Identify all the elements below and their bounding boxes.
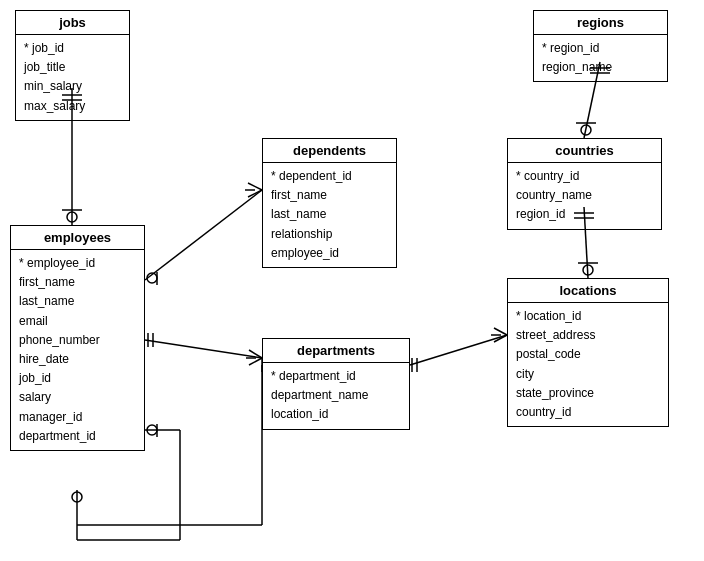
- field: country_id: [516, 403, 660, 422]
- entity-regions-title: regions: [534, 11, 667, 35]
- field: * job_id: [24, 39, 121, 58]
- entity-departments-title: departments: [263, 339, 409, 363]
- entity-dependents-body: * dependent_id first_name last_name rela…: [263, 163, 396, 267]
- field: job_title: [24, 58, 121, 77]
- svg-line-39: [494, 328, 507, 335]
- field: * country_id: [516, 167, 653, 186]
- svg-point-9: [147, 273, 157, 283]
- field: region_name: [542, 58, 659, 77]
- entity-regions: regions * region_id region_name: [533, 10, 668, 82]
- entity-countries: countries * country_id country_name regi…: [507, 138, 662, 230]
- field: * employee_id: [19, 254, 136, 273]
- field: * dependent_id: [271, 167, 388, 186]
- field: relationship: [271, 225, 388, 244]
- svg-point-14: [72, 492, 82, 502]
- field: first_name: [271, 186, 388, 205]
- field: location_id: [271, 405, 401, 424]
- svg-line-24: [249, 358, 262, 365]
- svg-line-23: [249, 350, 262, 358]
- field: city: [516, 365, 660, 384]
- svg-line-38: [410, 335, 507, 365]
- svg-line-40: [494, 335, 507, 342]
- entity-regions-body: * region_id region_name: [534, 35, 667, 81]
- svg-line-7: [248, 190, 262, 197]
- field: country_name: [516, 186, 653, 205]
- field: state_province: [516, 384, 660, 403]
- field: manager_id: [19, 408, 136, 427]
- entity-locations-title: locations: [508, 279, 668, 303]
- field: employee_id: [271, 244, 388, 263]
- field: min_salary: [24, 77, 121, 96]
- field: department_name: [271, 386, 401, 405]
- entity-employees-title: employees: [11, 226, 144, 250]
- svg-point-3: [67, 212, 77, 222]
- entity-departments-body: * department_id department_name location…: [263, 363, 409, 429]
- field: email: [19, 312, 136, 331]
- field: first_name: [19, 273, 136, 292]
- entity-jobs-title: jobs: [16, 11, 129, 35]
- entity-locations: locations * location_id street_address p…: [507, 278, 669, 427]
- field: street_address: [516, 326, 660, 345]
- svg-line-5: [145, 190, 262, 280]
- field: postal_code: [516, 345, 660, 364]
- field: last_name: [271, 205, 388, 224]
- entity-jobs-body: * job_id job_title min_salary max_salary: [16, 35, 129, 120]
- svg-point-20: [147, 425, 157, 435]
- svg-line-22: [145, 340, 262, 358]
- erd-diagram: jobs * job_id job_title min_salary max_s…: [0, 0, 704, 561]
- svg-point-31: [581, 125, 591, 135]
- field: hire_date: [19, 350, 136, 369]
- field: last_name: [19, 292, 136, 311]
- entity-employees: employees * employee_id first_name last_…: [10, 225, 145, 451]
- entity-locations-body: * location_id street_address postal_code…: [508, 303, 668, 426]
- field: salary: [19, 388, 136, 407]
- field: * department_id: [271, 367, 401, 386]
- field: phone_number: [19, 331, 136, 350]
- field: max_salary: [24, 97, 121, 116]
- field: * location_id: [516, 307, 660, 326]
- field: region_id: [516, 205, 653, 224]
- entity-countries-body: * country_id country_name region_id: [508, 163, 661, 229]
- entity-departments: departments * department_id department_n…: [262, 338, 410, 430]
- entity-dependents: dependents * dependent_id first_name las…: [262, 138, 397, 268]
- field: * region_id: [542, 39, 659, 58]
- entity-dependents-title: dependents: [263, 139, 396, 163]
- field: department_id: [19, 427, 136, 446]
- svg-line-6: [248, 183, 262, 190]
- entity-jobs: jobs * job_id job_title min_salary max_s…: [15, 10, 130, 121]
- entity-employees-body: * employee_id first_name last_name email…: [11, 250, 144, 450]
- svg-point-36: [583, 265, 593, 275]
- entity-countries-title: countries: [508, 139, 661, 163]
- field: job_id: [19, 369, 136, 388]
